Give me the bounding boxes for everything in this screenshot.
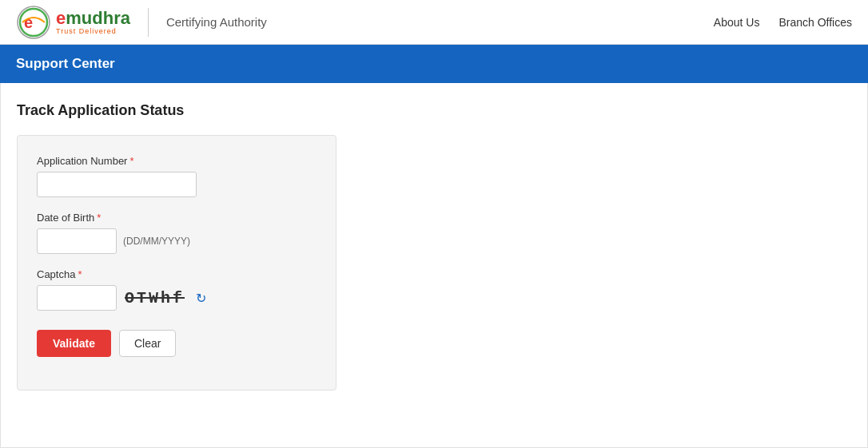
form-buttons: Validate Clear [37, 330, 317, 357]
logo: e emudhra Trust Delivered [16, 5, 130, 40]
about-us-link[interactable]: About Us [714, 16, 760, 29]
header-nav: About Us Branch Offices [714, 16, 852, 29]
required-star-1: * [129, 155, 133, 167]
validate-button[interactable]: Validate [37, 330, 111, 357]
support-bar: Support Center [0, 45, 868, 83]
required-star-3: * [78, 268, 82, 280]
date-of-birth-group: Date of Birth* (DD/MM/YYYY) [37, 212, 317, 254]
logo-text: emudhra Trust Delivered [56, 10, 130, 35]
refresh-captcha-icon[interactable]: ↻ [196, 291, 206, 306]
logo-tagline: Trust Delivered [56, 27, 130, 35]
logo-icon: e [16, 5, 51, 40]
main-content: Track Application Status Application Num… [0, 83, 868, 448]
clear-button[interactable]: Clear [119, 330, 176, 357]
application-number-label: Application Number* [37, 155, 317, 167]
captcha-label: Captcha* [37, 268, 317, 280]
logo-e: e [56, 8, 66, 28]
captcha-input[interactable] [37, 285, 117, 311]
application-number-input[interactable] [37, 172, 197, 197]
page-title: Track Application Status [17, 102, 851, 119]
required-star-2: * [97, 212, 101, 224]
date-row: (DD/MM/YYYY) [37, 228, 317, 254]
svg-text:e: e [24, 14, 33, 31]
date-format-hint: (DD/MM/YYYY) [123, 236, 190, 247]
date-of-birth-label: Date of Birth* [37, 212, 317, 224]
logo-mudhra: mudhra [66, 8, 130, 28]
header-left: e emudhra Trust Delivered Certifying Aut… [16, 5, 267, 40]
application-number-group: Application Number* [37, 155, 317, 197]
header: e emudhra Trust Delivered Certifying Aut… [0, 0, 868, 45]
support-bar-title: Support Center [16, 56, 115, 71]
branch-offices-link[interactable]: Branch Offices [778, 16, 852, 29]
header-divider [148, 8, 149, 37]
certifying-authority-label: Certifying Authority [166, 15, 267, 29]
form-card: Application Number* Date of Birth* (DD/M… [17, 135, 336, 391]
captcha-image-text: OTWhf [125, 289, 185, 307]
date-of-birth-input[interactable] [37, 228, 117, 254]
captcha-row: OTWhf ↻ [37, 285, 317, 311]
logo-name: emudhra [56, 10, 130, 27]
captcha-group: Captcha* OTWhf ↻ [37, 268, 317, 311]
